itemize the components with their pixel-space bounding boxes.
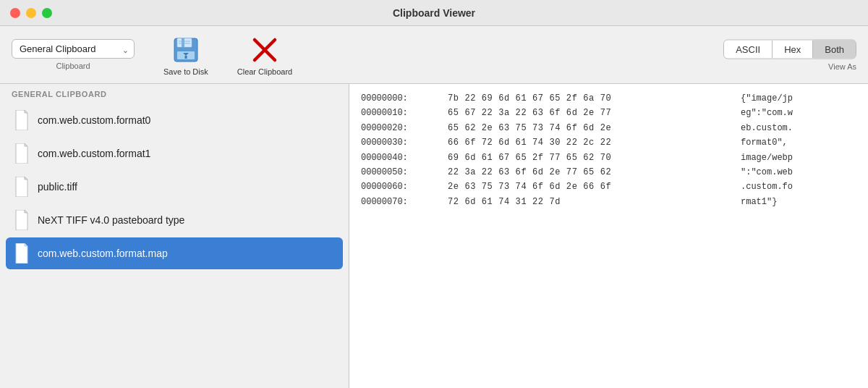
clear-clipboard-button[interactable]: Clear Clipboard (237, 34, 292, 76)
view-as-buttons: ASCII Hex Both (723, 39, 856, 59)
item-name: com.web.custom.format1 (38, 148, 150, 159)
clipboard-select[interactable]: General Clipboard Find Clipboard (12, 39, 135, 59)
file-icon (13, 177, 30, 197)
hex-row: 00000040:69 6d 61 67 65 2f 77 65 62 70im… (361, 151, 856, 165)
clipboard-select-label: Clipboard (56, 62, 90, 70)
list-item[interactable]: com.web.custom.format.map (6, 237, 343, 269)
hex-row: 00000000:7b 22 69 6d 61 67 65 2f 6a 70{"… (361, 91, 856, 106)
hex-offset: 00000060: (361, 180, 448, 194)
view-as-label: View As (828, 62, 856, 70)
view-as-container: ASCII Hex Both View As (723, 39, 856, 70)
clipboard-select-wrapper: General Clipboard Find Clipboard Clipboa… (12, 39, 135, 70)
hex-row: 00000050:22 3a 22 63 6f 6d 2e 77 65 62":… (361, 165, 856, 180)
hex-ascii: rmat1"} (741, 195, 856, 209)
maximize-button[interactable] (42, 8, 52, 18)
hex-bytes: 65 67 22 3a 22 63 6f 6d 2e 77 (448, 106, 741, 120)
list-item[interactable]: com.web.custom.format1 (6, 138, 343, 169)
hex-ascii: .custom.fo (741, 180, 856, 194)
svg-rect-2 (182, 38, 184, 47)
hex-offset: 00000050: (361, 165, 448, 180)
list-item[interactable]: public.tiff (6, 171, 343, 203)
hex-offset: 00000010: (361, 106, 448, 120)
toolbar: General Clipboard Find Clipboard Clipboa… (0, 26, 868, 84)
hex-ascii: eb.custom. (741, 121, 856, 135)
svg-rect-7 (184, 56, 187, 59)
hex-row: 00000060:2e 63 75 73 74 6f 6d 2e 66 6f.c… (361, 180, 856, 194)
hex-ascii: image/webp (741, 151, 856, 165)
list-item[interactable]: NeXT TIFF v4.0 pasteboard type (6, 204, 343, 236)
hex-bytes: 66 6f 72 6d 61 74 30 22 2c 22 (448, 135, 741, 150)
view-as-hex-button[interactable]: Hex (773, 40, 813, 58)
hex-ascii: eg":"com.w (741, 106, 856, 120)
view-as-both-button[interactable]: Both (813, 40, 856, 58)
window-controls (10, 8, 52, 18)
hex-row: 00000010:65 67 22 3a 22 63 6f 6d 2e 77eg… (361, 106, 856, 120)
item-name: com.web.custom.format.map (38, 248, 168, 259)
clear-clipboard-icon (249, 34, 281, 66)
hex-offset: 00000020: (361, 121, 448, 135)
hex-row: 00000030:66 6f 72 6d 61 74 30 22 2c 22fo… (361, 135, 856, 150)
view-as-ascii-button[interactable]: ASCII (724, 40, 773, 58)
hex-bytes: 69 6d 61 67 65 2f 77 65 62 70 (448, 151, 741, 165)
file-icon (13, 210, 30, 230)
hex-ascii: {"image/jp (741, 91, 856, 106)
close-button[interactable] (10, 8, 20, 18)
hex-bytes: 2e 63 75 73 74 6f 6d 2e 66 6f (448, 180, 741, 194)
hex-row: 00000020:65 62 2e 63 75 73 74 6f 6d 2eeb… (361, 121, 856, 135)
hex-ascii: ":"com.web (741, 165, 856, 180)
window-title: Clipboard Viewer (393, 7, 475, 19)
hex-offset: 00000040: (361, 151, 448, 165)
hex-row: 00000070:72 6d 61 74 31 22 7drmat1"} (361, 195, 856, 209)
hex-view-panel: 00000000:7b 22 69 6d 61 67 65 2f 6a 70{"… (349, 84, 868, 388)
list-item[interactable]: com.web.custom.format0 (6, 104, 343, 136)
item-name: NeXT TIFF v4.0 pasteboard type (38, 214, 184, 226)
clipboard-select-container: General Clipboard Find Clipboard (12, 39, 135, 59)
hex-offset: 00000070: (361, 195, 448, 209)
hex-offset: 00000030: (361, 135, 448, 150)
save-disk-icon (170, 34, 202, 66)
hex-rows-container: 00000000:7b 22 69 6d 61 67 65 2f 6a 70{"… (361, 91, 856, 209)
file-icon (13, 243, 30, 263)
save-button-label: Save to Disk (163, 67, 208, 76)
file-icon (13, 110, 30, 130)
hex-offset: 00000000: (361, 91, 448, 106)
clear-button-label: Clear Clipboard (237, 67, 292, 76)
item-name: public.tiff (38, 181, 77, 193)
hex-bytes: 72 6d 61 74 31 22 7d (448, 195, 741, 209)
hex-bytes: 65 62 2e 63 75 73 74 6f 6d 2e (448, 121, 741, 135)
hex-bytes: 22 3a 22 63 6f 6d 2e 77 65 62 (448, 165, 741, 180)
save-to-disk-button[interactable]: Save to Disk (163, 34, 208, 76)
main-content: General Clipboard com.web.custom.format0 (0, 84, 868, 388)
title-bar: Clipboard Viewer (0, 0, 868, 26)
section-header: General Clipboard (0, 84, 349, 101)
item-name: com.web.custom.format0 (38, 114, 150, 126)
hex-bytes: 7b 22 69 6d 61 67 65 2f 6a 70 (448, 91, 741, 106)
minimize-button[interactable] (26, 8, 36, 18)
file-icon (13, 143, 30, 164)
clipboard-items-list: com.web.custom.format0 com.web.custom.fo… (0, 101, 349, 388)
hex-ascii: format0", (741, 135, 856, 150)
left-panel: General Clipboard com.web.custom.format0 (0, 84, 349, 388)
